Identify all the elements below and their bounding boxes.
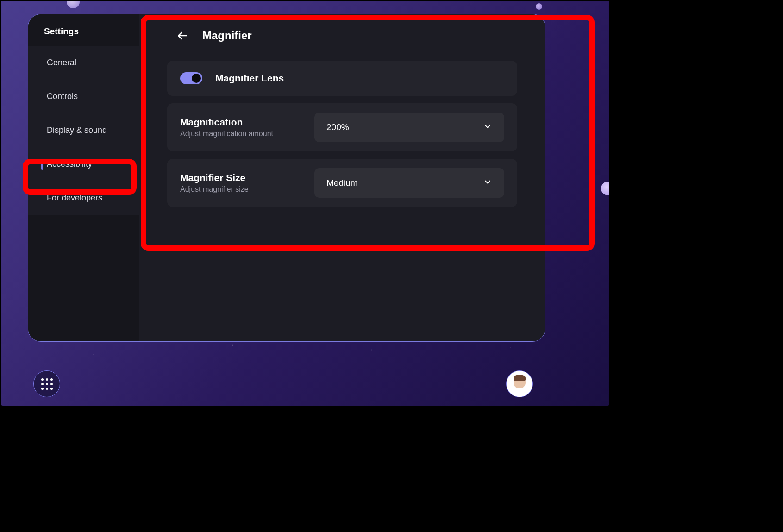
magnifier-size-text: Magnifier Size Adjust magnifier size <box>180 172 249 194</box>
content-header: Magnifier <box>167 29 517 42</box>
sidebar-item-controls[interactable]: Controls <box>28 80 139 113</box>
sidebar-item-accessibility[interactable]: Accessibility <box>28 147 139 181</box>
sidebar: Settings General Controls Display & soun… <box>28 14 139 341</box>
avatar-head <box>514 376 526 388</box>
magnifier-size-value: Medium <box>326 178 358 188</box>
magnifier-lens-row: Magnifier Lens <box>167 61 517 96</box>
magnification-subtitle: Adjust magnification amount <box>180 130 273 138</box>
magnification-title: Magnification <box>180 117 273 128</box>
chevron-down-icon <box>483 177 492 188</box>
sidebar-item-for-developers[interactable]: For developers <box>28 181 139 215</box>
sidebar-item-display-sound[interactable]: Display & sound <box>28 113 139 147</box>
magnifier-lens-toggle[interactable] <box>180 72 202 84</box>
sidebar-item-general[interactable]: General <box>28 46 139 80</box>
desktop-background: Settings General Controls Display & soun… <box>0 0 610 407</box>
magnification-dropdown[interactable]: 200% <box>314 113 504 142</box>
planet-decoration <box>536 3 542 10</box>
magnification-text: Magnification Adjust magnification amoun… <box>180 117 273 138</box>
grid-icon <box>41 378 53 390</box>
magnifier-size-row: Magnifier Size Adjust magnifier size Med… <box>167 159 517 207</box>
back-arrow-icon[interactable] <box>176 30 188 42</box>
magnifier-size-dropdown[interactable]: Medium <box>314 168 504 198</box>
magnifier-size-subtitle: Adjust magnifier size <box>180 185 249 194</box>
page-title: Magnifier <box>202 29 252 42</box>
settings-window: Settings General Controls Display & soun… <box>28 14 545 342</box>
main-content: Magnifier Magnifier Lens Magnification A… <box>139 14 545 341</box>
chevron-down-icon <box>483 122 492 133</box>
sidebar-title: Settings <box>44 26 139 37</box>
planet-decoration <box>601 182 610 195</box>
app-grid-button[interactable] <box>33 370 60 397</box>
magnification-row: Magnification Adjust magnification amoun… <box>167 103 517 151</box>
magnification-value: 200% <box>326 122 349 132</box>
sidebar-header: Settings <box>28 14 139 46</box>
magnifier-size-title: Magnifier Size <box>180 172 249 183</box>
avatar-button[interactable] <box>506 370 533 397</box>
magnifier-lens-label: Magnifier Lens <box>215 73 284 84</box>
toggle-knob <box>192 74 201 83</box>
planet-decoration <box>67 0 80 8</box>
avatar-hair <box>514 375 526 381</box>
sidebar-items: General Controls Display & sound Accessi… <box>28 46 139 215</box>
